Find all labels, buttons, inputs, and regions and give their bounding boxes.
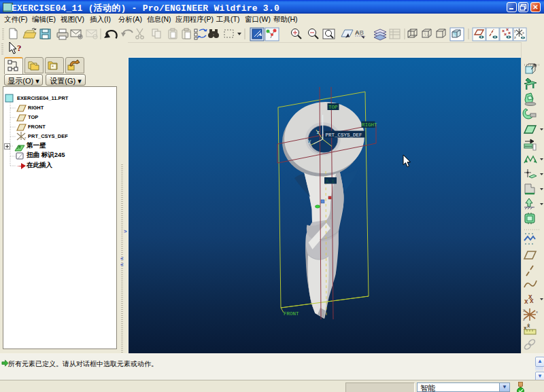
svg-text:y: y (308, 139, 311, 144)
svg-text:A_1: A_1 (326, 179, 335, 184)
svg-text:RIGHT: RIGHT (362, 122, 377, 128)
svg-text:?: ? (17, 43, 22, 53)
svg-text:x: x (524, 298, 528, 305)
svg-text:x: x (530, 297, 534, 304)
svg-text:z: z (514, 35, 516, 39)
svg-text:×: × (504, 32, 507, 37)
svg-text:×: × (508, 31, 511, 35)
svg-text:PRT_CSYS_DEF: PRT_CSYS_DEF (326, 132, 362, 138)
svg-text:FRONT: FRONT (284, 311, 299, 317)
svg-text:*: * (52, 64, 54, 70)
svg-text:x: x (522, 31, 524, 35)
svg-text:x̂: x̂ (527, 323, 530, 329)
svg-text:x: x (536, 310, 538, 314)
svg-text:z: z (523, 317, 525, 321)
svg-text:y: y (523, 308, 525, 312)
svg-text:TOP: TOP (328, 105, 338, 110)
svg-text:y: y (514, 29, 516, 33)
svg-text:z: z (317, 130, 320, 135)
svg-text:AB: AB (355, 29, 364, 36)
svg-text:*: * (24, 137, 27, 141)
